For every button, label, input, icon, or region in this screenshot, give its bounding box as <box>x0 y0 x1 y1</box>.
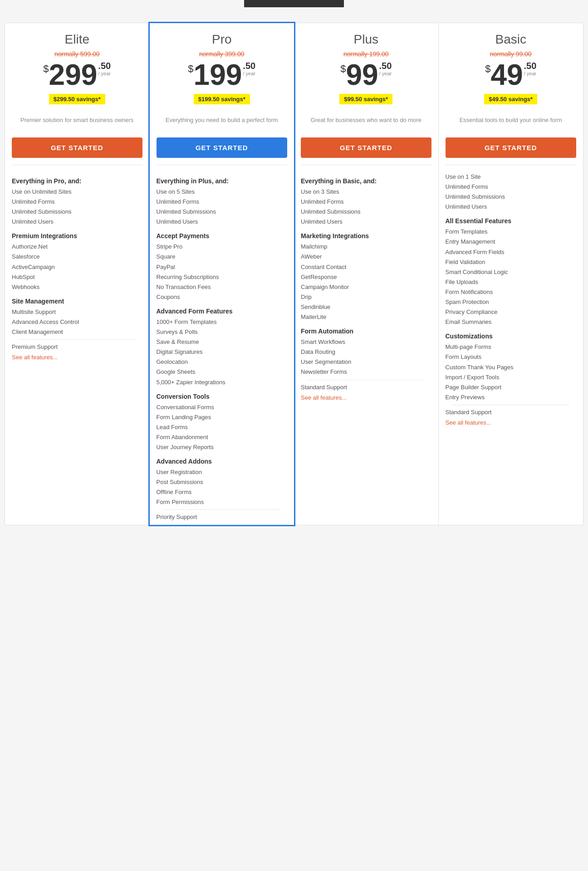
feature-item-pro-1-1: Square <box>157 252 288 262</box>
feature-category-pro-2: Advanced Form Features <box>157 308 288 315</box>
feature-item-basic-0-2: Unlimited Submissions <box>446 192 577 202</box>
price-period-basic: / year <box>524 71 537 76</box>
feature-item-basic-2-4: Page Builder Support <box>446 382 577 392</box>
plan-name-plus: Plus <box>301 32 431 47</box>
feature-item-plus-1-3: GetResponse <box>301 272 431 282</box>
original-price-plus: normally 199.00 <box>301 50 431 58</box>
get-started-btn-elite[interactable]: GET STARTED <box>12 137 142 158</box>
plan-description-elite: Premier solution for smart business owne… <box>5 113 149 137</box>
price-row-pro: $199.50/ year <box>157 60 288 89</box>
feature-item-plus-2-0: Smart Workflows <box>301 337 431 347</box>
savings-badge-basic: $49.50 savings* <box>484 94 537 104</box>
feature-category-plus-1: Marketing Integrations <box>301 232 431 240</box>
feature-category-basic-2: Customizations <box>446 333 577 340</box>
feature-item-basic-1-8: Privacy Compliance <box>446 307 577 317</box>
feature-item-plus-2-2: User Segmentation <box>301 357 431 367</box>
feature-item-basic-1-6: Form Notifications <box>446 287 577 297</box>
feature-item-basic-1-9: Email Summaries <box>446 317 577 327</box>
feature-category-elite-0: Everything in Pro, and: <box>12 177 142 185</box>
savings-badge-pro: $199.50 savings* <box>194 94 250 104</box>
feature-item-elite-0-3: Unlimited Users <box>12 217 142 227</box>
feature-item-basic-1-5: File Uploads <box>446 277 577 287</box>
feature-item-pro-4-3: Form Permissions <box>157 497 288 507</box>
feature-item-basic-2-3: Import / Export Tools <box>446 372 577 382</box>
feature-item-pro-4-0: User Registration <box>157 467 288 477</box>
plan-description-basic: Essential tools to build your online for… <box>439 113 583 137</box>
price-cents-plus: .50 <box>379 60 392 71</box>
dollar-sign-elite: $ <box>43 64 49 74</box>
plan-header-plus: Plusnormally 199.00$99.50/ year$99.50 sa… <box>294 23 438 113</box>
plan-name-elite: Elite <box>12 32 142 47</box>
feature-item-pro-0-3: Unlimited Users <box>157 217 288 227</box>
features-section-pro: Everything in Plus, and:Use on 5 SitesUn… <box>150 167 294 525</box>
feature-item-plus-1-6: Sendinblue <box>301 302 431 312</box>
feature-item-plus-1-0: Mailchimp <box>301 242 431 252</box>
feature-item-pro-4-2: Offline Forms <box>157 487 288 497</box>
price-right-pro: .50/ year <box>243 60 255 76</box>
feature-item-elite-2-2: Client Management <box>12 327 142 337</box>
feature-item-plus-0-0: Use on 3 Sites <box>301 187 431 197</box>
feature-item-pro-1-3: Recurring Subscriptions <box>157 272 288 282</box>
original-price-elite: normally 599.00 <box>12 50 142 58</box>
price-period-pro: / year <box>243 71 255 76</box>
feature-item-plus-1-7: MailerLite <box>301 312 431 322</box>
support-plus: Standard Support <box>301 384 431 391</box>
feature-item-basic-1-0: Form Templates <box>446 227 577 237</box>
price-main-basic: 49 <box>490 60 523 89</box>
see-all-plus[interactable]: See all features... <box>301 394 431 401</box>
price-period-plus: / year <box>379 71 392 76</box>
original-price-basic: normally 99.00 <box>446 50 577 58</box>
feature-item-elite-2-1: Advanced Access Control <box>12 317 142 327</box>
get-started-btn-pro[interactable]: GET STARTED <box>157 137 288 158</box>
feature-item-pro-0-2: Unlimited Submissions <box>157 207 288 217</box>
feature-item-elite-1-1: Salesforce <box>12 252 142 262</box>
feature-item-pro-2-6: 5,000+ Zapier Integrations <box>157 377 288 387</box>
feature-item-basic-0-1: Unlimited Forms <box>446 182 577 192</box>
pricing-grid: Elitenormally 599.00$299.50/ year$299.50… <box>5 23 583 525</box>
plan-col-pro: Pronormally 399.00$199.50/ year$199.50 s… <box>148 22 296 526</box>
divider-basic <box>446 165 577 165</box>
features-section-plus: Everything in Basic, and:Use on 3 SitesU… <box>294 167 438 406</box>
feature-category-pro-0: Everything in Plus, and: <box>157 177 288 185</box>
dollar-sign-basic: $ <box>485 64 490 74</box>
feature-category-elite-1: Premium Integrations <box>12 232 142 240</box>
see-all-elite[interactable]: See all features... <box>12 354 142 361</box>
plan-header-pro: Pronormally 399.00$199.50/ year$199.50 s… <box>150 23 294 113</box>
best-deal-banner <box>244 0 344 7</box>
divider-plus <box>301 165 431 165</box>
dollar-sign-plus: $ <box>340 64 346 74</box>
get-started-btn-plus[interactable]: GET STARTED <box>301 137 431 158</box>
divider-elite <box>12 165 142 165</box>
feature-category-basic-1: All Essential Features <box>446 217 577 225</box>
plan-description-pro: Everything you need to build a perfect f… <box>150 113 294 137</box>
see-all-basic[interactable]: See all features... <box>446 419 577 426</box>
support-pro: Priority Support <box>157 514 288 520</box>
feature-category-plus-2: Form Automation <box>301 328 431 335</box>
support-elite: Premium Support <box>12 343 142 350</box>
divider-pro <box>157 165 288 165</box>
get-started-btn-basic[interactable]: GET STARTED <box>446 137 577 158</box>
price-right-basic: .50/ year <box>524 60 537 76</box>
feature-item-elite-1-4: Webhooks <box>12 282 142 292</box>
feature-item-plus-1-2: Constant Contact <box>301 262 431 272</box>
price-main-elite: 299 <box>49 60 98 89</box>
feature-item-plus-0-2: Unlimited Submissions <box>301 207 431 217</box>
feature-item-basic-1-1: Entry Management <box>446 237 577 247</box>
features-section-elite: Everything in Pro, and:Use on Unlimited … <box>5 167 149 365</box>
plan-name-pro: Pro <box>157 32 288 47</box>
feature-item-elite-1-3: HubSpot <box>12 272 142 282</box>
price-cents-elite: .50 <box>98 60 111 71</box>
feature-item-elite-0-2: Unlimited Submissions <box>12 207 142 217</box>
price-main-plus: 99 <box>346 60 378 89</box>
support-divider-plus <box>308 380 425 380</box>
price-main-pro: 199 <box>194 60 242 89</box>
feature-item-basic-1-3: Field Validation <box>446 257 577 267</box>
feature-item-elite-2-0: Multisite Support <box>12 307 142 317</box>
plan-description-plus: Great for businesses who want to do more <box>294 113 438 137</box>
price-right-elite: .50/ year <box>98 60 111 76</box>
price-cents-pro: .50 <box>243 60 255 71</box>
feature-item-basic-2-0: Multi-page Forms <box>446 342 577 352</box>
feature-item-pro-1-4: No Transaction Fees <box>157 282 288 292</box>
price-row-basic: $49.50/ year <box>446 60 577 89</box>
feature-item-basic-1-7: Spam Protection <box>446 297 577 307</box>
